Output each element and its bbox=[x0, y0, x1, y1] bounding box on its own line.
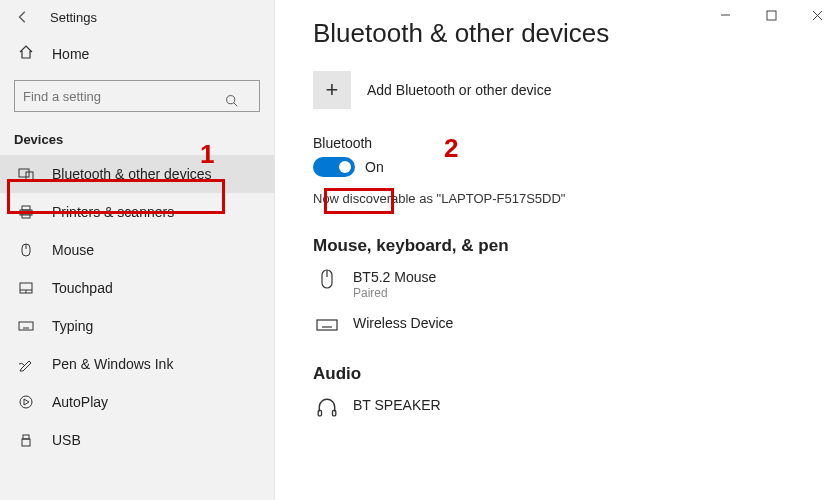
maximize-button[interactable] bbox=[748, 0, 794, 30]
sidebar-item-pen[interactable]: Pen & Windows Ink bbox=[0, 345, 274, 383]
sidebar-home[interactable]: Home bbox=[0, 34, 274, 74]
svg-point-16 bbox=[20, 396, 32, 408]
svg-rect-21 bbox=[317, 320, 337, 330]
sidebar-item-usb[interactable]: USB bbox=[0, 421, 274, 459]
sidebar-item-printers[interactable]: Printers & scanners bbox=[0, 193, 274, 231]
sidebar-item-label: AutoPlay bbox=[52, 394, 108, 410]
add-button[interactable]: + bbox=[313, 71, 351, 109]
sidebar-item-label: Bluetooth & other devices bbox=[52, 166, 212, 182]
home-icon bbox=[18, 44, 36, 64]
printer-icon bbox=[18, 204, 36, 220]
device-name: BT SPEAKER bbox=[353, 396, 441, 414]
device-row[interactable]: Wireless Device bbox=[313, 314, 840, 336]
headphones-icon bbox=[313, 396, 341, 418]
add-device-label: Add Bluetooth or other device bbox=[367, 82, 551, 98]
search-icon bbox=[225, 94, 238, 110]
svg-rect-3 bbox=[22, 206, 30, 210]
svg-rect-11 bbox=[19, 322, 33, 330]
device-row[interactable]: BT SPEAKER bbox=[313, 396, 840, 418]
autoplay-icon bbox=[18, 394, 36, 410]
toggle-state-label: On bbox=[365, 159, 384, 175]
sidebar-item-touchpad[interactable]: Touchpad bbox=[0, 269, 274, 307]
sidebar-item-label: Mouse bbox=[52, 242, 94, 258]
device-row[interactable]: BT5.2 Mouse Paired bbox=[313, 268, 840, 300]
group-audio: Audio bbox=[313, 364, 840, 384]
keyboard-icon bbox=[18, 318, 36, 334]
sidebar-item-label: Printers & scanners bbox=[52, 204, 174, 220]
add-device-row[interactable]: + Add Bluetooth or other device bbox=[313, 71, 840, 109]
usb-icon bbox=[18, 432, 36, 448]
minimize-button[interactable] bbox=[702, 0, 748, 30]
sidebar-item-label: USB bbox=[52, 432, 81, 448]
sidebar-item-label: Touchpad bbox=[52, 280, 113, 296]
bluetooth-label: Bluetooth bbox=[313, 135, 840, 151]
mouse-icon bbox=[313, 268, 341, 290]
svg-point-0 bbox=[227, 96, 235, 104]
touchpad-icon bbox=[18, 280, 36, 296]
svg-rect-1 bbox=[19, 169, 29, 177]
device-name: BT5.2 Mouse bbox=[353, 268, 436, 286]
svg-rect-18 bbox=[22, 439, 30, 446]
pen-icon bbox=[18, 356, 36, 372]
bluetooth-toggle[interactable] bbox=[313, 157, 355, 177]
group-mouse-keyboard: Mouse, keyboard, & pen bbox=[313, 236, 840, 256]
devices-icon bbox=[18, 166, 36, 182]
sidebar-item-label: Pen & Windows Ink bbox=[52, 356, 173, 372]
sidebar-item-mouse[interactable]: Mouse bbox=[0, 231, 274, 269]
mouse-icon bbox=[18, 242, 36, 258]
discoverable-text: Now discoverable as "LAPTOP-F517S5DD" bbox=[313, 191, 840, 206]
sidebar-section-devices: Devices bbox=[0, 126, 274, 155]
home-label: Home bbox=[52, 46, 89, 62]
device-status: Paired bbox=[353, 286, 436, 300]
sidebar-item-typing[interactable]: Typing bbox=[0, 307, 274, 345]
keyboard-icon bbox=[313, 314, 341, 336]
sidebar-item-bluetooth[interactable]: Bluetooth & other devices bbox=[0, 155, 274, 193]
toggle-knob bbox=[339, 161, 351, 173]
svg-rect-30 bbox=[767, 11, 776, 20]
svg-rect-17 bbox=[23, 435, 29, 439]
sidebar-item-autoplay[interactable]: AutoPlay bbox=[0, 383, 274, 421]
back-button[interactable] bbox=[14, 8, 32, 26]
plus-icon: + bbox=[326, 77, 339, 103]
app-title: Settings bbox=[50, 10, 97, 25]
close-button[interactable] bbox=[794, 0, 840, 30]
search-input[interactable] bbox=[14, 80, 260, 112]
sidebar-item-label: Typing bbox=[52, 318, 93, 334]
device-name: Wireless Device bbox=[353, 314, 453, 332]
